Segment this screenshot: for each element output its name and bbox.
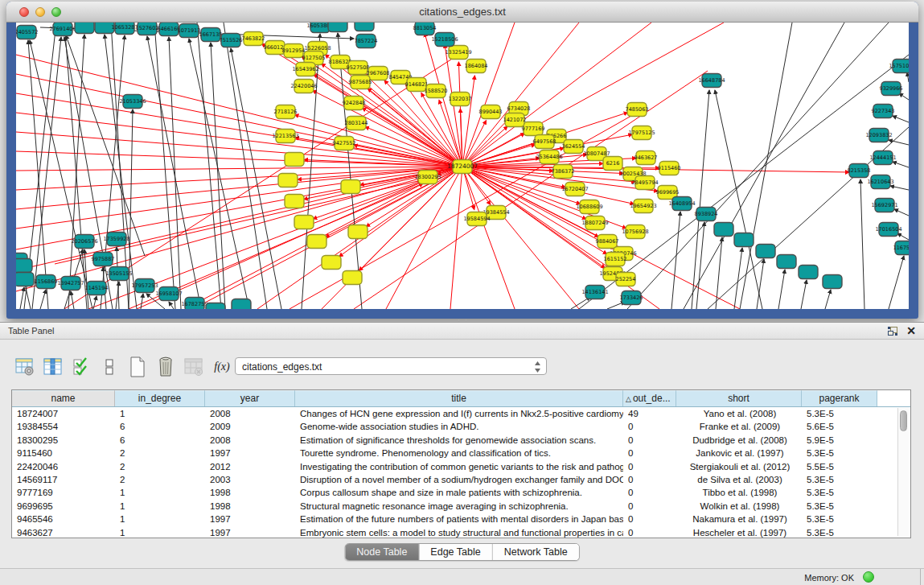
graph-node[interactable] (348, 225, 368, 239)
table-cell[interactable]: 5.5E-5 (802, 460, 877, 473)
table-cell[interactable]: 5.3E-5 (802, 486, 877, 499)
graph-node[interactable] (341, 180, 360, 194)
table-cell[interactable]: 18724007 (12, 407, 115, 420)
graph-edge[interactable] (71, 291, 74, 309)
graph-edge[interactable] (894, 209, 909, 216)
graph-node[interactable] (322, 256, 341, 270)
table-cell[interactable]: 2003 (205, 473, 295, 486)
graph-edge[interactable] (462, 23, 515, 167)
graph-edge[interactable] (684, 23, 844, 309)
tab-network-table[interactable]: Network Table (493, 544, 579, 560)
graph-edge[interactable] (893, 116, 909, 122)
graph-node[interactable] (285, 153, 304, 167)
graph-edge[interactable] (129, 109, 133, 309)
table-select-dropdown[interactable]: citations_edges.txt (235, 357, 547, 375)
row-height-icon[interactable] (99, 356, 120, 377)
table-cell[interactable]: 2 (115, 460, 205, 473)
graph-node[interactable] (206, 303, 225, 310)
table-row[interactable]: 2242004622012Investigating the contribut… (12, 460, 910, 473)
graph-edge[interactable] (778, 270, 785, 309)
table-cell[interactable]: 2 (115, 473, 205, 486)
column-header-title[interactable]: title (295, 390, 623, 406)
table-row[interactable]: 946362711997Embryonic stem cells: a mode… (12, 526, 910, 538)
graph-edge[interactable] (450, 167, 462, 309)
graph-edge[interactable] (825, 290, 831, 309)
column-header-pagerank[interactable]: pagerank (802, 390, 877, 406)
graph-edge[interactable] (16, 167, 462, 291)
graph-node[interactable] (823, 275, 842, 289)
window-titlebar[interactable]: citations_edges.txt (6, 2, 918, 23)
graph-edge[interactable] (169, 302, 174, 309)
graph-edge[interactable] (20, 287, 24, 309)
graph-edge[interactable] (899, 93, 909, 100)
graph-node[interactable] (328, 23, 347, 32)
graph-edge[interactable] (40, 290, 46, 309)
graph-edge[interactable] (55, 180, 421, 264)
graph-edge[interactable] (93, 296, 97, 309)
graph-node[interactable] (285, 195, 304, 208)
graph-edge[interactable] (111, 23, 129, 309)
graph-edge[interactable] (147, 36, 201, 309)
table-cell[interactable]: 1 (115, 526, 205, 538)
graph-edge[interactable] (16, 167, 462, 270)
graph-edge[interactable] (860, 179, 864, 309)
table-cell[interactable]: 1 (115, 407, 205, 420)
graph-edge[interactable] (386, 167, 462, 309)
table-cell[interactable]: 0 (623, 473, 676, 486)
graph-edge[interactable] (801, 280, 807, 309)
table-cell[interactable]: 19384554 (12, 420, 115, 433)
table-cell[interactable]: Estimation of significance thresholds fo… (295, 434, 623, 447)
graph-edge[interactable] (154, 23, 175, 309)
table-cell[interactable]: 1997 (205, 526, 295, 538)
graph-node[interactable] (16, 259, 32, 273)
table-cell[interactable]: 1998 (205, 486, 295, 499)
table-cell[interactable]: 0 (623, 460, 676, 473)
table-cell[interactable]: Hescheler et al. (1997) (676, 526, 802, 538)
table-cell[interactable]: 6 (115, 420, 205, 433)
table-cell[interactable]: 5.3E-5 (802, 473, 877, 486)
tab-node-table[interactable]: Node Table (345, 544, 419, 560)
table-cell[interactable]: Estimation of the future numbers of pati… (295, 513, 623, 525)
table-cell[interactable]: 9699695 (12, 500, 115, 513)
table-cell[interactable]: 9463627 (12, 526, 115, 538)
table-settings-icon[interactable] (14, 356, 35, 377)
table-cell[interactable]: 1 (115, 500, 205, 513)
table-cell[interactable]: 1997 (205, 513, 295, 525)
table-cell[interactable]: Tibbo et al. (1998) (676, 486, 802, 499)
table-cell[interactable]: Jankovic et al. (1997) (676, 447, 802, 459)
table-cell[interactable]: de Silva et al. (2003) (676, 473, 802, 486)
table-cell[interactable]: 6 (115, 434, 205, 447)
table-cell[interactable]: 9115460 (12, 447, 115, 459)
graph-node[interactable] (307, 235, 326, 249)
graph-node[interactable] (232, 299, 251, 310)
graph-node[interactable] (294, 216, 314, 229)
graph-node[interactable] (777, 255, 796, 269)
graph-edge[interactable] (671, 212, 680, 309)
table-cell[interactable]: 1998 (205, 500, 295, 513)
graph-edge[interactable] (169, 37, 181, 309)
table-row[interactable]: 969969511998Structural magnetic resonanc… (12, 500, 910, 513)
graph-edge[interactable] (462, 23, 724, 167)
column-header-out-de-[interactable]: △out_de... (623, 390, 676, 406)
graph-edge[interactable] (189, 39, 249, 309)
scrollbar-thumb[interactable] (900, 410, 907, 431)
graph-node[interactable] (343, 271, 362, 285)
graph-edge[interactable] (890, 186, 909, 190)
table-cell[interactable]: Tourette syndrome. Phenomenology and cla… (295, 447, 623, 459)
table-cell[interactable]: 0 (623, 513, 676, 525)
table-cell[interactable]: Wolkin et al. (1998) (676, 500, 802, 513)
table-row[interactable]: 1830029562008Estimation of significance … (12, 434, 910, 447)
table-cell[interactable]: 5.3E-5 (802, 500, 877, 513)
graph-node[interactable] (734, 233, 754, 247)
graph-node[interactable] (714, 223, 733, 237)
graph-edge[interactable] (692, 90, 709, 309)
table-cell[interactable]: Dudbridge et al. (2008) (676, 434, 802, 447)
graph-node[interactable] (16, 273, 34, 286)
table-cell[interactable]: 5.3E-5 (802, 447, 877, 459)
column-header-in-degree[interactable]: in_degree (115, 390, 205, 406)
table-cell[interactable]: 0 (623, 526, 676, 538)
table-cell[interactable]: 1 (115, 513, 205, 525)
table-cell[interactable]: 5.3E-5 (802, 513, 877, 525)
table-vertical-scrollbar[interactable] (897, 408, 909, 536)
table-cell[interactable]: 14569117 (12, 473, 115, 486)
